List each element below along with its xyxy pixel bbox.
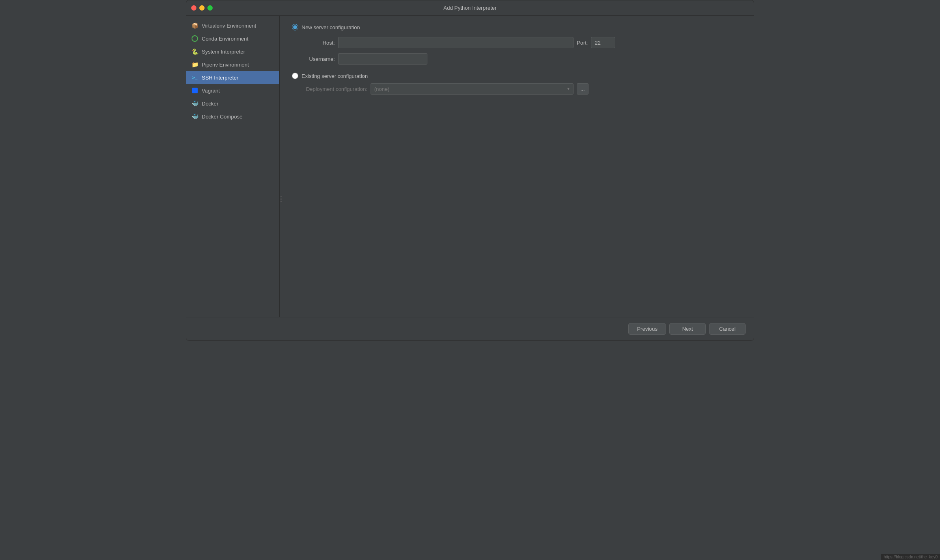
sidebar-item-docker[interactable]: 🐳 Docker [186,97,279,110]
cancel-button[interactable]: Cancel [709,323,746,335]
browse-button[interactable]: ... [577,83,589,95]
window-title: Add Python Interpreter [444,5,497,11]
close-button[interactable] [191,5,196,11]
username-label: Username: [302,56,335,62]
divider-dot [280,196,282,197]
deployment-select[interactable]: (none) [371,83,573,95]
username-row: Username: [302,53,744,65]
sidebar-item-label: Conda Environment [202,36,248,42]
deployment-label: Deployment configuration: [302,86,367,92]
system-icon: 🐍 [191,48,198,55]
footer-url: https://blog.csdn.net/the_key0 [881,554,940,560]
bottom-bar: Previous Next Cancel [186,317,754,340]
new-server-radio[interactable] [292,24,298,30]
minimize-button[interactable] [199,5,205,11]
sidebar-item-pipenv[interactable]: 📁 Pipenv Environment [186,58,279,71]
right-panel: New server configuration Host: Port: Use… [282,16,754,317]
vagrant-icon [191,87,198,94]
existing-server-radio[interactable] [292,73,298,79]
deployment-row: Deployment configuration: (none) ... [302,83,744,95]
port-label: Port: [577,40,588,46]
traffic-lights [191,5,213,11]
sidebar-item-vagrant[interactable]: Vagrant [186,84,279,97]
sidebar: 📦 Virtualenv Environment Conda Environme… [186,16,280,317]
maximize-button[interactable] [207,5,213,11]
sidebar-item-ssh[interactable]: >_ SSH Interpreter [186,71,279,84]
host-label: Host: [302,40,335,46]
existing-server-section: Existing server configuration Deployment… [292,73,744,95]
ssh-icon: >_ [191,74,198,81]
sidebar-item-label: Docker Compose [202,114,242,120]
host-input[interactable] [338,37,573,48]
sidebar-item-label: Docker [202,101,218,107]
existing-server-radio-row: Existing server configuration [292,73,744,79]
port-input[interactable] [591,37,615,48]
existing-server-label[interactable]: Existing server configuration [302,73,368,79]
sidebar-item-label: Vagrant [202,88,220,94]
conda-icon [191,35,198,42]
virtualenv-icon: 📦 [191,22,198,29]
sidebar-item-system[interactable]: 🐍 System Interpreter [186,45,279,58]
next-button[interactable]: Next [669,323,706,335]
sidebar-item-label: SSH Interpreter [202,75,238,81]
sidebar-item-docker-compose[interactable]: 🐳 Docker Compose [186,110,279,123]
pipenv-icon: 📁 [191,61,198,68]
host-row: Host: Port: [302,37,744,48]
config-section: New server configuration Host: Port: Use… [292,24,744,95]
divider-dot [280,198,282,200]
main-content: 📦 Virtualenv Environment Conda Environme… [186,16,754,317]
new-server-radio-row: New server configuration [292,24,744,30]
username-input[interactable] [338,53,427,65]
sidebar-item-label: System Interpreter [202,49,245,55]
docker-icon: 🐳 [191,100,198,107]
previous-button[interactable]: Previous [628,323,666,335]
title-bar: Add Python Interpreter [186,0,754,16]
deployment-select-wrapper: (none) [371,83,573,95]
divider-dot [280,201,282,202]
sidebar-item-label: Virtualenv Environment [202,23,256,29]
new-server-fields: Host: Port: Username: [302,37,744,65]
sidebar-item-label: Pipenv Environment [202,62,249,68]
docker-compose-icon: 🐳 [191,113,198,120]
sidebar-item-conda[interactable]: Conda Environment [186,32,279,45]
new-server-label[interactable]: New server configuration [302,24,360,30]
sidebar-item-virtualenv[interactable]: 📦 Virtualenv Environment [186,19,279,32]
